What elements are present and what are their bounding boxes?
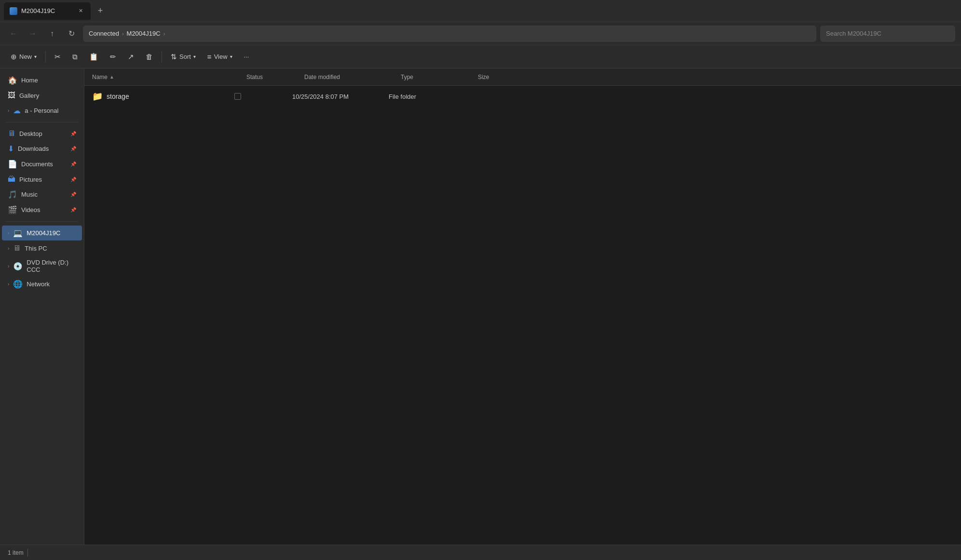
new-tab-button[interactable]: + bbox=[93, 3, 108, 19]
pin-icon-videos: 📌 bbox=[70, 207, 76, 213]
forward-button[interactable]: → bbox=[25, 26, 41, 41]
chevron-icon-dvd: › bbox=[8, 264, 9, 269]
status-divider bbox=[27, 549, 28, 557]
new-label: New bbox=[19, 53, 32, 60]
share-icon: ↗ bbox=[128, 53, 134, 61]
up-button[interactable]: ↑ bbox=[44, 26, 60, 41]
sidebar-item-documents[interactable]: 📄 Documents 📌 bbox=[2, 157, 82, 172]
rename-icon: ✏ bbox=[110, 53, 116, 61]
sidebar-label-home: Home bbox=[21, 77, 76, 84]
sidebar-item-this-pc[interactable]: › 🖥 This PC bbox=[2, 241, 82, 255]
videos-icon: 🎬 bbox=[8, 205, 17, 214]
sort-label: Sort bbox=[179, 53, 191, 60]
sort-icon: ⇅ bbox=[171, 53, 177, 61]
toolbar: ⊕ New ▾ ✂ ⧉ 📋 ✏ ↗ 🗑 ⇅ Sort ▾ ≡ View ▾ ··… bbox=[0, 45, 961, 68]
column-headers: Name ▲ Status Date modified Type Size bbox=[84, 68, 961, 86]
address-bar: ← → ↑ ↻ Connected › M2004J19C › bbox=[0, 22, 961, 45]
view-dropdown-icon: ▾ bbox=[230, 54, 232, 59]
more-button[interactable]: ··· bbox=[239, 50, 254, 63]
pin-icon-downloads: 📌 bbox=[70, 146, 76, 151]
network-icon: 🌐 bbox=[13, 280, 23, 289]
sort-button[interactable]: ⇅ Sort ▾ bbox=[166, 50, 201, 64]
sidebar-label-m2004j19c: M2004J19C bbox=[27, 229, 76, 237]
pin-icon-desktop: 📌 bbox=[70, 131, 76, 136]
sidebar-label-dvd: DVD Drive (D:) CCC bbox=[27, 259, 76, 273]
copy-button[interactable]: ⧉ bbox=[68, 50, 82, 64]
address-path[interactable]: Connected › M2004J19C › bbox=[83, 26, 816, 42]
chevron-icon-network: › bbox=[8, 281, 9, 287]
col-header-type[interactable]: Type bbox=[401, 74, 478, 80]
view-button[interactable]: ≡ View ▾ bbox=[203, 50, 237, 64]
col-header-status[interactable]: Status bbox=[246, 74, 304, 80]
sidebar-item-network[interactable]: › 🌐 Network bbox=[2, 277, 82, 292]
sidebar-item-downloads[interactable]: ⬇ Downloads 📌 bbox=[2, 141, 82, 156]
col-header-name[interactable]: Name ▲ bbox=[92, 74, 246, 80]
this-pc-icon: 🖥 bbox=[13, 244, 21, 253]
folder-icon: 📁 bbox=[92, 91, 103, 102]
sidebar-item-desktop[interactable]: 🖥 Desktop 📌 bbox=[2, 126, 82, 141]
sidebar-item-pictures[interactable]: 🏔 Pictures 📌 bbox=[2, 172, 82, 187]
item-count: 1 item bbox=[8, 549, 24, 556]
toolbar-divider-2 bbox=[162, 51, 162, 63]
col-header-date[interactable]: Date modified bbox=[304, 74, 401, 80]
desktop-icon: 🖥 bbox=[8, 129, 15, 138]
m2004j19c-icon: 💻 bbox=[13, 228, 23, 238]
share-button[interactable]: ↗ bbox=[123, 50, 139, 64]
new-icon: ⊕ bbox=[11, 53, 17, 61]
refresh-button[interactable]: ↻ bbox=[64, 26, 79, 41]
cloud-icon: ☁ bbox=[13, 106, 21, 115]
sidebar-label-gallery: Gallery bbox=[19, 92, 76, 99]
tab-title: M2004J19C bbox=[21, 7, 72, 14]
toolbar-divider-1 bbox=[45, 51, 46, 63]
sidebar-item-a-personal[interactable]: › ☁ a - Personal bbox=[2, 103, 82, 118]
paste-button[interactable]: 📋 bbox=[84, 50, 103, 64]
sidebar-label-documents: Documents bbox=[21, 160, 67, 168]
path-segment-m2004j19c[interactable]: M2004J19C bbox=[127, 30, 161, 37]
file-name: storage bbox=[107, 93, 129, 100]
sidebar-divider-1 bbox=[6, 122, 78, 122]
more-label: ··· bbox=[244, 53, 249, 60]
sidebar-item-music[interactable]: 🎵 Music 📌 bbox=[2, 187, 82, 202]
tab-bar: M2004J19C ✕ + bbox=[0, 0, 961, 22]
search-input[interactable] bbox=[820, 26, 955, 42]
path-chevron-2: › bbox=[163, 31, 165, 37]
path-segment-connected[interactable]: Connected bbox=[89, 30, 119, 37]
copy-icon: ⧉ bbox=[72, 53, 78, 61]
sidebar-divider-2 bbox=[6, 221, 78, 222]
sidebar-item-dvd-drive[interactable]: › 💿 DVD Drive (D:) CCC bbox=[2, 256, 82, 276]
paste-icon: 📋 bbox=[89, 53, 98, 61]
chevron-icon-a-personal: › bbox=[8, 108, 9, 113]
downloads-icon: ⬇ bbox=[8, 144, 14, 153]
sort-arrow-name: ▲ bbox=[109, 74, 114, 80]
back-button[interactable]: ← bbox=[6, 26, 21, 41]
tab-m2004j19c[interactable]: M2004J19C ✕ bbox=[4, 2, 91, 20]
tab-icon bbox=[10, 7, 17, 15]
music-icon: 🎵 bbox=[8, 190, 17, 199]
status-bar: 1 item bbox=[0, 545, 961, 560]
cut-icon: ✂ bbox=[54, 53, 61, 61]
pin-icon-pictures: 📌 bbox=[70, 177, 76, 182]
sidebar: 🏠 Home 🖼 Gallery › ☁ a - Personal 🖥 Desk… bbox=[0, 68, 84, 545]
sidebar-item-home[interactable]: 🏠 Home bbox=[2, 73, 82, 88]
sidebar-label-network: Network bbox=[27, 280, 76, 288]
gallery-icon: 🖼 bbox=[8, 91, 15, 100]
tab-close-button[interactable]: ✕ bbox=[76, 7, 85, 15]
view-icon: ≡ bbox=[207, 53, 212, 61]
view-label: View bbox=[214, 53, 228, 60]
col-header-size[interactable]: Size bbox=[478, 74, 526, 80]
delete-button[interactable]: 🗑 bbox=[141, 50, 158, 64]
delete-icon: 🗑 bbox=[146, 53, 153, 61]
table-row[interactable]: 📁 storage 10/25/2024 8:07 PM File folder bbox=[84, 88, 961, 105]
sidebar-label-a-personal: a - Personal bbox=[25, 107, 76, 114]
sidebar-label-music: Music bbox=[21, 191, 67, 198]
content-area: Name ▲ Status Date modified Type Size 📁 … bbox=[84, 68, 961, 545]
cut-button[interactable]: ✂ bbox=[50, 50, 66, 64]
new-button[interactable]: ⊕ New ▾ bbox=[6, 50, 41, 64]
sidebar-label-videos: Videos bbox=[21, 206, 67, 213]
sidebar-item-gallery[interactable]: 🖼 Gallery bbox=[2, 88, 82, 103]
sidebar-item-videos[interactable]: 🎬 Videos 📌 bbox=[2, 202, 82, 217]
file-name-cell: 📁 storage bbox=[92, 91, 234, 102]
rename-button[interactable]: ✏ bbox=[105, 50, 121, 64]
sidebar-item-m2004j19c[interactable]: › 💻 M2004J19C bbox=[2, 226, 82, 240]
file-type-cell: File folder bbox=[389, 93, 466, 100]
